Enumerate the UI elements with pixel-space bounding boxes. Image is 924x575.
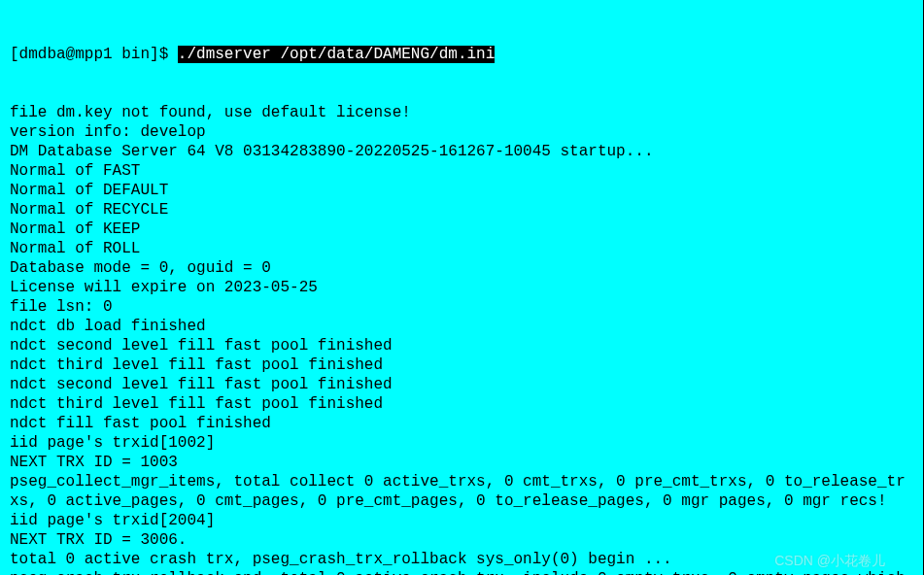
output-line: Normal of FAST — [10, 161, 914, 181]
output-line: Normal of RECYCLE — [10, 200, 914, 220]
output-line: ndct second level fill fast pool finishe… — [10, 336, 914, 355]
output-line: License will expire on 2023-05-25 — [10, 278, 914, 297]
output-line: Database mode = 0, oguid = 0 — [10, 258, 914, 278]
output-line: NEXT TRX ID = 3006. — [10, 530, 914, 550]
output-line: ndct fill fast pool finished — [10, 414, 914, 433]
output-line: NEXT TRX ID = 1003 — [10, 453, 914, 472]
output-line: total 0 active crash trx, pseg_crash_trx… — [10, 550, 914, 569]
output-line: ndct db load finished — [10, 317, 914, 336]
output-line: file lsn: 0 — [10, 297, 914, 317]
output-line: Normal of ROLL — [10, 239, 914, 258]
prompt-line: [dmdba@mpp1 bin]$ ./dmserver /opt/data/D… — [10, 45, 914, 64]
output-line: file dm.key not found, use default licen… — [10, 103, 914, 122]
terminal-output[interactable]: [dmdba@mpp1 bin]$ ./dmserver /opt/data/D… — [0, 0, 924, 575]
shell-command: ./dmserver /opt/data/DAMENG/dm.ini — [178, 46, 495, 63]
output-line: ndct second level fill fast pool finishe… — [10, 375, 914, 394]
output-line: iid page's trxid[1002] — [10, 433, 914, 453]
output-line: pseg_collect_mgr_items, total collect 0 … — [10, 472, 914, 511]
output-line: Normal of KEEP — [10, 220, 914, 239]
output-line: pseg_crash_trx_rollback end, total 0 act… — [10, 569, 914, 575]
output-line: DM Database Server 64 V8 03134283890-202… — [10, 142, 914, 161]
output-line: Normal of DEFAULT — [10, 181, 914, 200]
output-line: iid page's trxid[2004] — [10, 511, 914, 530]
output-lines: file dm.key not found, use default licen… — [10, 103, 914, 575]
output-line: version info: develop — [10, 122, 914, 142]
output-line: ndct third level fill fast pool finished — [10, 355, 914, 375]
shell-prompt: [dmdba@mpp1 bin]$ — [10, 46, 178, 63]
output-line: ndct third level fill fast pool finished — [10, 394, 914, 414]
